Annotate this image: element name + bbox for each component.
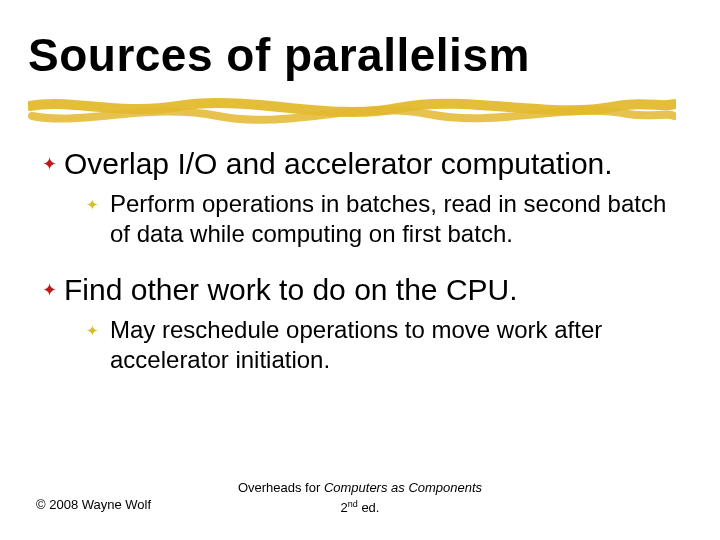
footer-ordinal: nd (348, 499, 358, 509)
list-subitem-text: Perform operations in batches, read in s… (110, 189, 672, 249)
footer-prefix: Overheads for (238, 480, 324, 495)
list-subitem-text: May reschedule operations to move work a… (110, 315, 672, 375)
footer-suffix: ed. (358, 500, 380, 515)
list-item: ✦ Overlap I/O and accelerator computatio… (42, 145, 672, 183)
bullet-icon: ✦ (86, 189, 110, 221)
list-item-text: Find other work to do on the CPU. (64, 271, 518, 309)
bullet-icon: ✦ (42, 271, 64, 309)
footer-edition-num: 2 (341, 500, 348, 515)
title-underline (28, 92, 676, 130)
slide: Sources of parallelism ✦ Overlap I/O and… (0, 0, 720, 540)
page-title: Sources of parallelism (28, 28, 530, 82)
list-item: ✦ Find other work to do on the CPU. (42, 271, 672, 309)
body-content: ✦ Overlap I/O and accelerator computatio… (42, 145, 672, 397)
footer-center: Overheads for Computers as Components 2n… (0, 480, 720, 516)
bullet-icon: ✦ (86, 315, 110, 347)
list-item-text: Overlap I/O and accelerator computation. (64, 145, 613, 183)
list-subitem: ✦ Perform operations in batches, read in… (86, 189, 672, 249)
bullet-icon: ✦ (42, 145, 64, 183)
list-subitem: ✦ May reschedule operations to move work… (86, 315, 672, 375)
footer-book-title: Computers as Components (324, 480, 482, 495)
